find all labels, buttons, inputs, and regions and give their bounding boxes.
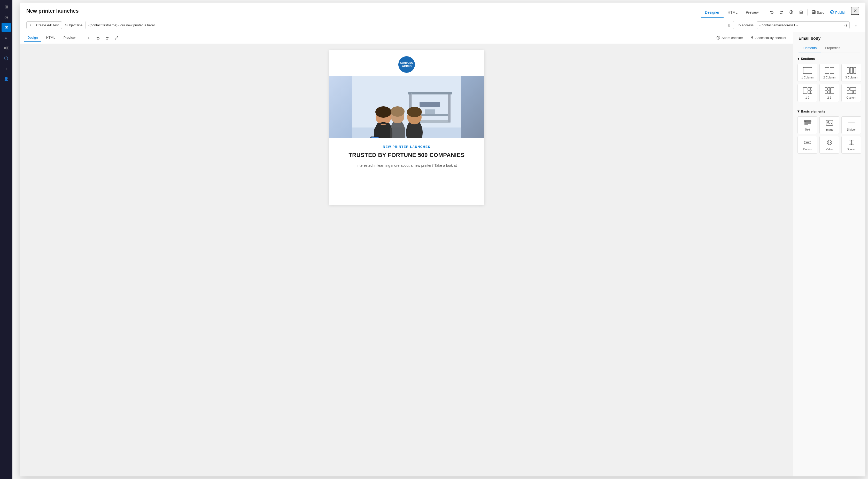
svg-line-4 [6,48,7,49]
svg-rect-59 [847,88,849,90]
svg-rect-56 [828,88,830,90]
right-panel-tab-elements[interactable]: Elements [799,44,821,53]
sections-label: Sections [801,57,815,61]
tab-preview[interactable]: Preview [742,8,763,18]
sidebar-item-journeys[interactable] [2,43,11,53]
svg-rect-6 [800,11,802,14]
svg-rect-24 [448,94,451,122]
2-1col-label: 2-1 [828,96,832,99]
sidebar-item-cloud[interactable]: ⬡ [2,54,11,63]
svg-line-3 [6,47,7,48]
sidebar-item-recent[interactable]: ◷ [2,12,11,22]
create-ab-button[interactable]: + + Create A/B test [26,22,62,29]
svg-text:Abc: Abc [804,121,807,122]
canvas-redo-button[interactable] [103,34,111,41]
sidebar: ⊞ ◷ ✉ ⊡ ⬡ ↑ 👤 [0,0,12,479]
canvas-tab-preview[interactable]: Preview [60,34,79,41]
basic-elements-panel: ▾ Basic elements Abc Text [793,107,865,158]
element-button[interactable]: Button [798,136,817,153]
svg-rect-36 [371,137,379,138]
modal-overlay: New printer launches Designer HTML Previ… [12,0,868,479]
svg-point-18 [718,38,719,39]
undo-button[interactable] [767,8,776,16]
plus-icon: + [88,36,90,40]
element-spacer[interactable]: Spacer [841,136,861,153]
to-address-input[interactable] [760,23,844,27]
right-panel-tab-properties[interactable]: Properties [821,44,844,53]
basic-elements-title[interactable]: ▾ Basic elements [798,109,861,113]
2col-label: 2 Column [823,76,835,79]
custom-label: Custom [846,96,857,99]
subject-bar: + + Create A/B test Subject line {} To a… [20,18,865,32]
tab-html[interactable]: HTML [723,8,742,18]
subject-input[interactable] [88,23,727,27]
canvas-container: Design HTML Preview + [20,32,793,476]
1-2col-icon [802,87,813,95]
svg-rect-47 [850,67,852,74]
accessibility-checker-button[interactable]: Accessibility checker [748,35,789,41]
section-3col[interactable]: 3 Column [841,64,861,82]
svg-rect-46 [847,67,849,74]
sections-title[interactable]: ▾ Sections [798,57,861,61]
right-panel-title: Email body [799,36,860,41]
video-element-icon [825,139,834,146]
sidebar-item-segments[interactable]: ⊡ [2,33,11,42]
svg-point-1 [7,46,8,47]
save-button[interactable]: Save [809,8,827,16]
section-2-1col[interactable]: 2-1 [819,84,839,102]
spacer-element-icon [847,139,856,146]
1col-label: 1 Column [801,76,813,79]
email-hero-image [329,76,484,138]
restore-icon [789,10,793,15]
section-2col[interactable]: 2 Column [819,64,839,82]
redo-button[interactable] [777,8,786,16]
svg-rect-51 [808,91,810,94]
canvas-tab-design[interactable]: Design [24,34,41,41]
svg-rect-12 [813,12,815,13]
custom-icon [846,87,857,95]
sidebar-item-home[interactable]: ⊞ [2,2,11,11]
section-custom[interactable]: Custom [841,84,861,102]
svg-rect-50 [808,88,810,90]
svg-rect-58 [831,88,834,94]
canvas-tab-html[interactable]: HTML [43,34,58,41]
element-image[interactable]: Image [819,116,839,134]
expand-address-button[interactable]: ⌄ [853,22,859,29]
element-divider[interactable]: Divider [841,116,861,134]
delete-button[interactable] [797,8,806,16]
spam-checker-button[interactable]: Spam checker [714,35,746,41]
3col-label: 3 Column [845,76,858,79]
delete-icon [799,10,803,15]
publish-button[interactable]: Publish [828,8,849,16]
svg-point-73 [827,140,832,145]
section-1col[interactable]: 1 Column [798,64,817,82]
basic-elements-chevron-icon: ▾ [798,109,799,113]
canvas-undo-button[interactable] [94,34,101,41]
sidebar-item-contacts[interactable]: 👤 [2,74,11,83]
basic-elements-label: Basic elements [801,109,826,113]
svg-point-42 [407,107,422,117]
hero-image-svg [352,76,461,138]
text-element-label: Text [805,128,810,131]
to-input-container: {} [757,22,850,29]
svg-rect-45 [830,67,834,74]
save-icon [812,10,816,15]
email-content: NEW PRINTER LAUNCHES TRUSTED BY FORTUNE … [329,138,484,175]
chevron-down-icon: ⌄ [854,23,858,27]
divider-element-icon [847,119,856,127]
to-curly-braces[interactable]: {} [844,23,847,27]
tab-designer[interactable]: Designer [701,8,723,18]
element-video[interactable]: Video [819,136,839,153]
canvas-add-button[interactable]: + [85,34,92,41]
sidebar-item-upload[interactable]: ↑ [2,64,11,73]
section-1-2col[interactable]: 1-2 [798,84,817,102]
sidebar-item-email[interactable]: ✉ [2,23,11,32]
expand-icon [115,36,118,40]
subject-curly-braces[interactable]: {} [727,23,731,27]
modal-close-button[interactable]: ✕ [851,7,859,15]
canvas-expand-button[interactable] [113,34,120,41]
restore-button[interactable] [786,8,796,16]
designer-area: Design HTML Preview + [20,32,865,476]
element-text[interactable]: Abc Text [798,116,817,134]
svg-rect-52 [810,88,812,90]
